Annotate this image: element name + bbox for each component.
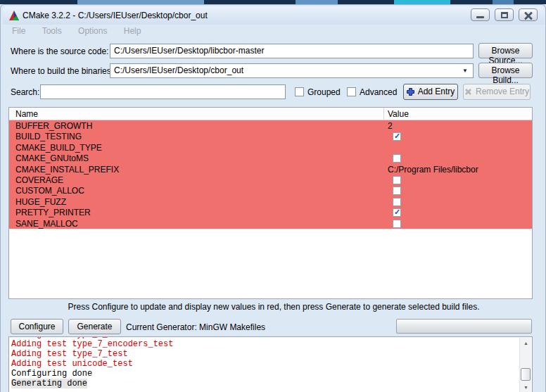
entry-name: CUSTOM_ALLOC [15, 186, 84, 196]
table-row[interactable]: BUILD_TESTING [9, 131, 532, 141]
entry-name: PRETTY_PRINTER [15, 208, 91, 217]
scroll-down-icon[interactable]: ▼ [520, 382, 532, 392]
log-line: Adding test type_7_encoders_test [11, 339, 518, 349]
entry-name: HUGE_FUZZ [15, 197, 66, 207]
build-path-value: C:/Users/IEUser/Desktop/cbor_out [114, 65, 243, 75]
table-row[interactable]: PRETTY_PRINTER [9, 207, 532, 217]
log-scrollbar[interactable]: ▲ ▼ [519, 338, 531, 392]
value-checkbox[interactable] [393, 208, 401, 217]
entry-name: CMAKE_BUILD_TYPE [15, 143, 102, 153]
search-input[interactable] [40, 84, 286, 99]
source-path-input[interactable]: C:/Users/IEUser/Desktop/libcbor-master [110, 44, 474, 58]
entry-name: SANE_MALLOC [15, 219, 78, 229]
entry-value[interactable]: C:/Program Files/libcbor [388, 165, 478, 175]
maximize-icon [501, 12, 508, 18]
scroll-up-icon[interactable]: ▲ [520, 338, 532, 348]
build-path-combobox[interactable]: C:/Users/IEUser/Desktop/cbor_out ▼ [110, 63, 474, 78]
log-line: Adding test unicode_test [11, 359, 518, 369]
menubar: File Tools Options Help [4, 26, 544, 40]
remove-entry-button[interactable]: Remove Entry [463, 84, 531, 100]
close-button[interactable] [519, 8, 538, 21]
configure-button[interactable]: Configure [11, 319, 63, 334]
minimize-button[interactable] [471, 8, 490, 21]
menu-file[interactable]: File [12, 26, 25, 36]
entry-name: BUFFER_GROWTH [15, 121, 92, 131]
entry-name: BUILD_TESTING [15, 132, 82, 141]
value-checkbox[interactable] [393, 132, 401, 141]
log-line: Configuring done [11, 369, 518, 379]
table-row[interactable]: BUFFER_GROWTH2 [9, 120, 532, 131]
search-label: Search: [11, 87, 39, 97]
remove-entry-label: Remove Entry [476, 87, 529, 96]
add-plus-icon [407, 88, 414, 96]
menu-tools[interactable]: Tools [42, 26, 62, 36]
log-lines: Adding test type_6_testAdding test type_… [11, 336, 518, 388]
entry-value[interactable]: 2 [388, 121, 393, 131]
table-row[interactable]: CMAKE_GNUtoMS [9, 153, 532, 163]
entry-name: COVERAGE [15, 175, 63, 185]
table-row[interactable]: HUGE_FUZZ [9, 196, 532, 207]
maximize-button[interactable] [495, 8, 514, 21]
table-row[interactable]: CMAKE_INSTALL_PREFIXC:/Program Files/lib… [9, 164, 532, 175]
table-header: Name Value [9, 108, 532, 120]
table-row[interactable]: SANE_MALLOC [9, 218, 532, 229]
cmake-logo-icon [8, 10, 20, 21]
chevron-down-icon[interactable]: ▼ [462, 68, 468, 74]
entry-name: CMAKE_INSTALL_PREFIX [15, 165, 119, 175]
value-checkbox[interactable] [393, 154, 401, 163]
remove-x-icon [464, 88, 472, 96]
screen: CMake 3.2.2 - C:/Users/IEUser/Desktop/cb… [0, 0, 546, 392]
advanced-label[interactable]: Advanced [360, 87, 397, 97]
grouped-label[interactable]: Grouped [307, 87, 341, 97]
add-entry-label: Add Entry [418, 87, 455, 96]
browse-source-button[interactable]: Browse Source... [478, 43, 533, 58]
menu-help[interactable]: Help [124, 26, 141, 36]
output-log[interactable]: Adding test type_6_testAdding test type_… [8, 336, 533, 392]
grouped-checkbox[interactable] [295, 87, 304, 96]
scrollbar-thumb[interactable] [521, 368, 531, 381]
value-checkbox[interactable] [393, 186, 401, 195]
minimize-icon [476, 16, 484, 18]
source-code-label: Where is the source code: [11, 46, 108, 56]
cache-rows: BUFFER_GROWTH2BUILD_TESTINGCMAKE_BUILD_T… [9, 120, 532, 229]
table-row[interactable]: CUSTOM_ALLOC [9, 185, 532, 196]
value-checkbox[interactable] [393, 176, 401, 184]
log-line: Adding test type_7_test [11, 349, 518, 359]
value-checkbox[interactable] [393, 198, 401, 206]
current-generator-label: Current Generator: MinGW Makefiles [126, 322, 265, 332]
column-divider[interactable] [383, 108, 384, 120]
progress-bar [396, 319, 532, 334]
table-row[interactable]: CMAKE_BUILD_TYPE [9, 142, 532, 153]
column-header-name[interactable]: Name [15, 109, 38, 119]
column-header-value[interactable]: Value [388, 109, 409, 119]
window-title: CMake 3.2.2 - C:/Users/IEUser/Desktop/cb… [23, 11, 208, 20]
window-controls [471, 8, 538, 21]
build-binaries-label: Where to build the binaries: [11, 66, 113, 76]
menu-options[interactable]: Options [78, 26, 107, 36]
browse-build-button[interactable]: Browse Build... [478, 63, 533, 78]
entry-name: CMAKE_GNUtoMS [15, 153, 89, 163]
hint-text: Press Configure to update and display ne… [1, 302, 546, 312]
table-row[interactable]: COVERAGE [9, 175, 532, 185]
cache-table: Name Value BUFFER_GROWTH2BUILD_TESTINGCM… [8, 107, 533, 299]
generate-button[interactable]: Generate [68, 319, 121, 334]
value-checkbox[interactable] [393, 220, 401, 228]
cmake-window: CMake 3.2.2 - C:/Users/IEUser/Desktop/cb… [0, 4, 546, 392]
advanced-checkbox[interactable] [347, 87, 356, 96]
add-entry-button[interactable]: Add Entry [403, 84, 458, 100]
titlebar[interactable]: CMake 3.2.2 - C:/Users/IEUser/Desktop/cb… [3, 6, 545, 25]
log-line: Generating done [11, 379, 518, 388]
